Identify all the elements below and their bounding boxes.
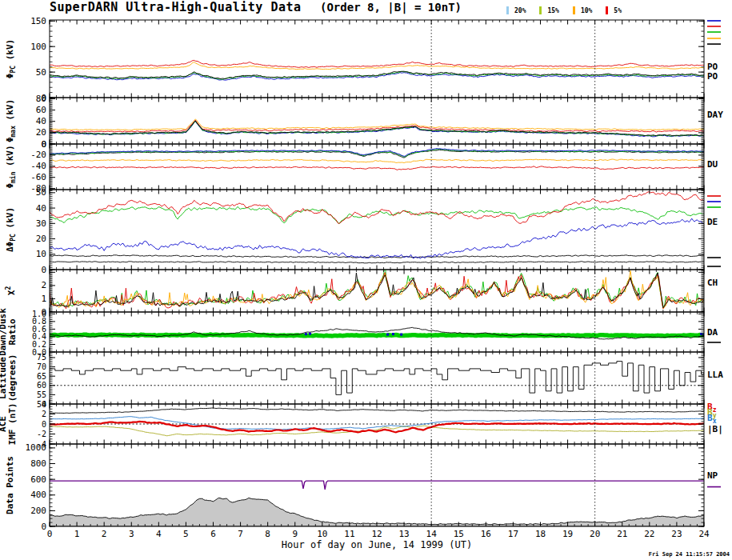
svg-text:2: 2	[41, 280, 46, 290]
svg-text:7: 7	[238, 529, 243, 539]
svg-text:200: 200	[30, 506, 46, 516]
svg-text:400: 400	[30, 490, 46, 500]
svg-text:0: 0	[41, 522, 46, 532]
svg-text:2: 2	[102, 529, 107, 539]
svg-text:-20: -20	[30, 150, 46, 160]
svg-text:NP: NP	[707, 470, 718, 481]
svg-text:ΔΦPC (kV): ΔΦPC (kV)	[5, 207, 17, 252]
svg-text:DAY: DAY	[707, 110, 723, 120]
svg-text:75: 75	[37, 353, 46, 362]
svg-text:0.2: 0.2	[32, 340, 46, 349]
svg-text:50: 50	[36, 67, 46, 78]
svg-text:-40: -40	[30, 161, 46, 171]
svg-text:600: 600	[30, 474, 46, 485]
svg-text:0: 0	[47, 529, 53, 539]
svg-text:0.6: 0.6	[32, 325, 46, 334]
chart-svg: 050100150ΦPC (kV)POPO020406080Φmax (kV)D…	[0, 0, 732, 560]
svg-text:6: 6	[210, 529, 216, 539]
svg-text:22: 22	[644, 529, 654, 539]
svg-text:PO: PO	[707, 71, 718, 82]
svg-text:20: 20	[36, 234, 46, 244]
svg-text:13: 13	[398, 529, 409, 539]
svg-text:0: 0	[41, 265, 46, 275]
svg-text:|B|: |B|	[707, 424, 723, 434]
svg-text:0.8: 0.8	[32, 317, 46, 326]
svg-text:10: 10	[317, 529, 327, 539]
svg-text:Data Points: Data Points	[5, 456, 15, 514]
svg-text:9: 9	[292, 529, 298, 539]
svg-text:800: 800	[30, 458, 46, 469]
svg-text:50: 50	[36, 187, 46, 198]
svg-text:60: 60	[37, 381, 46, 390]
svg-text:Ratio: Ratio	[7, 318, 18, 345]
svg-text:40: 40	[36, 116, 46, 126]
svg-text:70: 70	[37, 362, 46, 371]
svg-text:17: 17	[508, 529, 518, 539]
svg-text:DU: DU	[707, 159, 718, 170]
svg-text:55: 55	[37, 390, 46, 399]
svg-text:0: 0	[42, 420, 46, 429]
svg-text:80: 80	[36, 94, 46, 104]
svg-text:0.4: 0.4	[32, 332, 46, 341]
svg-text:8: 8	[265, 529, 270, 539]
svg-text:-60: -60	[30, 172, 46, 182]
svg-text:-2: -2	[37, 430, 46, 438]
svg-text:24: 24	[698, 529, 710, 539]
svg-text:DA: DA	[707, 327, 718, 338]
svg-text:0: 0	[41, 139, 46, 150]
svg-text:1.0: 1.0	[32, 310, 46, 318]
svg-text:100: 100	[30, 42, 46, 52]
svg-text:3: 3	[129, 529, 134, 539]
timestamp: Fri Sep 24 11:15:57 2004	[649, 551, 730, 558]
svg-text:LLA: LLA	[707, 370, 723, 380]
svg-text:1000: 1000	[26, 442, 47, 453]
svg-text:65: 65	[37, 372, 46, 381]
svg-text:15: 15	[454, 529, 464, 539]
svg-text:χ2: χ2	[5, 286, 16, 296]
svg-text:5: 5	[183, 529, 189, 539]
svg-text:DE: DE	[707, 217, 718, 227]
svg-text:4: 4	[156, 529, 162, 539]
svg-text:2: 2	[42, 410, 46, 418]
superdarn-plot: SuperDARN Ultra-High-Quality Data (Order…	[0, 0, 732, 560]
svg-text:4: 4	[42, 400, 46, 409]
svg-text:CH: CH	[707, 278, 718, 288]
svg-text:14: 14	[426, 529, 438, 539]
svg-text:ΦPC (kV): ΦPC (kV)	[5, 39, 17, 78]
x-axis-title: Hour of day on June, 14 1999 (UT)	[50, 539, 704, 550]
svg-text:40: 40	[36, 203, 46, 214]
svg-text:150: 150	[30, 16, 46, 26]
svg-text:21: 21	[617, 529, 627, 539]
svg-text:(degrees): (degrees)	[7, 354, 18, 402]
svg-text:60: 60	[36, 105, 46, 115]
svg-text:23: 23	[671, 529, 682, 539]
svg-text:19: 19	[562, 529, 573, 539]
svg-text:1: 1	[74, 529, 80, 539]
svg-text:Φmin (kV): Φmin (kV)	[5, 145, 17, 188]
svg-text:10: 10	[36, 249, 46, 259]
svg-text:16: 16	[481, 529, 491, 539]
svg-text:IMF (nT): IMF (nT)	[7, 403, 18, 446]
svg-text:20: 20	[590, 529, 600, 539]
svg-text:12: 12	[371, 529, 382, 539]
svg-text:18: 18	[535, 529, 546, 539]
svg-text:30: 30	[36, 218, 46, 229]
svg-text:Φmax (kV): Φmax (kV)	[5, 99, 17, 142]
svg-text:11: 11	[344, 529, 354, 539]
svg-text:1: 1	[41, 294, 46, 304]
svg-text:20: 20	[36, 127, 46, 138]
